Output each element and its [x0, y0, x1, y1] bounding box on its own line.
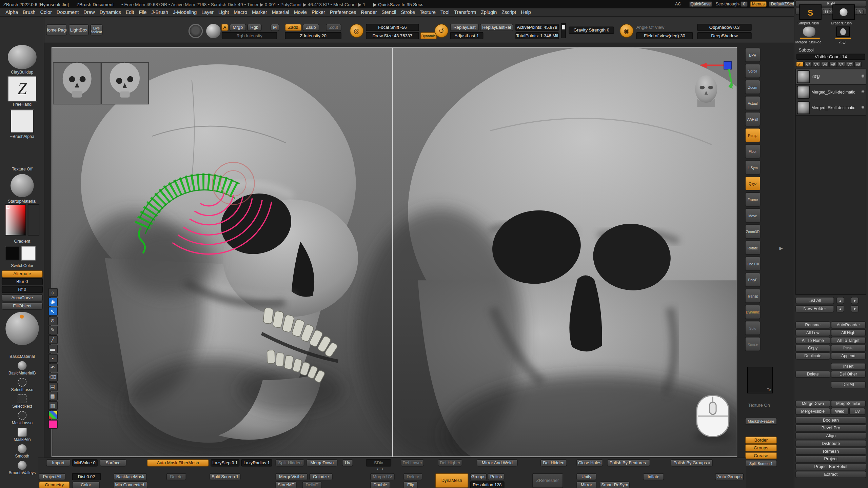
dynamic-badge[interactable]: Dynamic [420, 32, 437, 39]
simple-brush-thumbnail[interactable]: S [799, 4, 821, 20]
mergedown-button[interactable]: MergeDown [307, 459, 338, 466]
list-all-button[interactable]: List All [795, 297, 834, 304]
focal-shift-slider[interactable]: Focal Shift -56 [366, 24, 419, 31]
mirror-and-weld-button[interactable]: Mirror And Weld [477, 459, 518, 466]
menu-item[interactable]: Transform [454, 9, 476, 15]
variant-tab[interactable]: V3 [812, 61, 820, 67]
tool-slider-2[interactable] [835, 38, 851, 39]
zremesher-button[interactable]: ZRemesher [532, 473, 563, 488]
pencil-icon[interactable]: ✎ [48, 326, 57, 334]
delmt-button[interactable]: DelMT [302, 482, 322, 488]
shelf-button[interactable]: Xpose [745, 337, 761, 351]
dot-icon[interactable]: • [48, 354, 57, 363]
menu-item[interactable]: Picker [312, 9, 325, 15]
main-color-swatch[interactable] [5, 246, 20, 261]
variant-tab[interactable]: V7 [846, 61, 854, 67]
blur-slider[interactable]: Blur 0 [2, 278, 43, 285]
visible-count-slider[interactable]: Visible Count 14 [796, 54, 865, 60]
tool-slider[interactable] [800, 38, 820, 39]
shelf-button[interactable]: Qxyz [745, 176, 761, 191]
menu-item[interactable]: File [139, 9, 146, 15]
subtool-section-header[interactable]: Bevel Pro [795, 424, 866, 431]
see-through-value[interactable]: 0 [741, 1, 748, 7]
projectall-button[interactable]: ProjectAll [39, 473, 65, 480]
quick-pick-item[interactable]: MaskLasso [0, 411, 44, 427]
light-icon[interactable]: ☼ [48, 288, 57, 297]
weld-button[interactable]: Weld [831, 408, 848, 415]
new-folder-button[interactable]: New Folder [795, 305, 834, 312]
texture-off-label[interactable]: Texture Off [0, 167, 44, 172]
del-hidden-button[interactable]: Del Hidden [540, 459, 567, 466]
clipboard-icon[interactable]: ▥ [48, 401, 57, 410]
unify-button[interactable]: Unify [576, 473, 596, 480]
zsub-button[interactable]: Zsub [303, 24, 319, 31]
freehand-brush-thumbnail[interactable]: Z [8, 76, 37, 101]
subtool-eye-icon[interactable]: ◉ [861, 74, 865, 78]
subtool-item[interactable]: Merged_Skull-decimation2 ◉ [796, 85, 866, 100]
shelf-button[interactable]: L.Sym [745, 160, 761, 175]
subtool-item[interactable]: 23강 ◉ [796, 69, 866, 85]
no-draw-icon[interactable]: ⊘ [48, 316, 57, 325]
menu-item[interactable]: Movie [294, 9, 307, 15]
groups-button[interactable]: Groups [745, 444, 777, 451]
rf-slider[interactable]: Rf 0 [2, 286, 43, 293]
move-up-button[interactable]: ▲ [836, 297, 844, 304]
quicksave-button[interactable]: QuickSave [689, 1, 712, 7]
shelf-button[interactable]: Floor [745, 144, 761, 159]
switch-color-label[interactable]: SwitchColor [0, 263, 44, 268]
morph-uv-button[interactable]: Morph UV [370, 473, 395, 480]
shelf-button[interactable]: Dynamic [745, 305, 761, 319]
menu-item[interactable]: Help [521, 9, 531, 15]
delete-button-2[interactable]: Delete [403, 473, 422, 480]
folder-down-button[interactable]: ▼ [851, 305, 859, 312]
menu-item[interactable]: J-Modeling [173, 9, 197, 15]
texture-on-label[interactable]: Texture On [748, 403, 770, 408]
subtool-eye-icon[interactable]: ◉ [861, 105, 865, 109]
rgb-button[interactable]: Rgb [247, 24, 262, 31]
polish-by-groups-button[interactable]: Polish By Groups [671, 459, 713, 466]
groups-toggle-button[interactable]: Groups [470, 473, 487, 480]
del-lower-button[interactable]: Del Lower [401, 459, 424, 466]
alternate-button[interactable]: Alternate [2, 270, 43, 278]
polish-toggle-button[interactable]: Polish [488, 473, 505, 480]
dynamesh-button[interactable]: DynaMesh [435, 473, 468, 488]
split-screen-button[interactable]: Split Screen 1 [745, 460, 777, 467]
brush-alpha-thumbnail[interactable] [11, 110, 34, 133]
basic-material-thumbnail[interactable] [5, 312, 39, 345]
subtool-action-button[interactable]: Paste [831, 345, 866, 352]
merge-similar-button[interactable]: MergeSimilar [831, 400, 866, 407]
claybuildup-brush-thumbnail[interactable] [8, 45, 37, 69]
variant-tab[interactable]: V6 [837, 61, 845, 67]
subtool-section-header[interactable]: Project BasRelief [795, 463, 866, 470]
shelf-button[interactable]: Rotate [745, 240, 761, 255]
shelf-button[interactable]: Solo [745, 321, 761, 335]
menu-item[interactable]: Edit [126, 9, 134, 15]
menu-item[interactable]: J-Brush [151, 9, 168, 15]
surface-button[interactable]: Surface [100, 459, 126, 466]
divider-handle[interactable]: ‹ › [377, 466, 384, 471]
move-down-button[interactable]: ▼ [851, 297, 859, 304]
resolution-slider[interactable]: Resolution 128 [470, 482, 504, 488]
lazystep-slider[interactable]: LazyStep 0.1 [211, 459, 239, 466]
min-connected-button[interactable]: Min Connected I [114, 482, 148, 488]
draw-size-slider[interactable]: Draw Size 43.76337 [366, 32, 419, 39]
zadd-button[interactable]: Zadd [285, 24, 301, 31]
quick-pick-item[interactable]: SelectRect [0, 394, 44, 410]
hue-strip[interactable] [28, 204, 39, 236]
zcut-button[interactable]: Zcut [326, 24, 341, 31]
midvalue-slider[interactable]: MidValue 0 [72, 459, 98, 466]
menu-item[interactable]: Texture [420, 9, 436, 15]
secondary-color-swatch[interactable] [21, 246, 36, 261]
variant-tab[interactable]: V2 [804, 61, 812, 67]
double-button[interactable]: Double [370, 482, 390, 488]
colorize-button[interactable]: Colorize [309, 473, 333, 480]
subtool-section-header[interactable]: Extract [795, 471, 866, 478]
menu-item[interactable]: Brush [23, 9, 36, 15]
subtool-action-button[interactable]: All To Target [831, 337, 866, 344]
panel-divider-arrow[interactable]: ▶ [779, 246, 783, 251]
palette-icon[interactable] [48, 410, 57, 419]
replay-last-rel-button[interactable]: ReplayLastRel [480, 24, 513, 31]
auto-groups-button[interactable]: Auto Groups [715, 473, 744, 480]
eraser-brush-thumbnail[interactable] [832, 4, 854, 20]
color-button[interactable]: Color [72, 482, 100, 488]
